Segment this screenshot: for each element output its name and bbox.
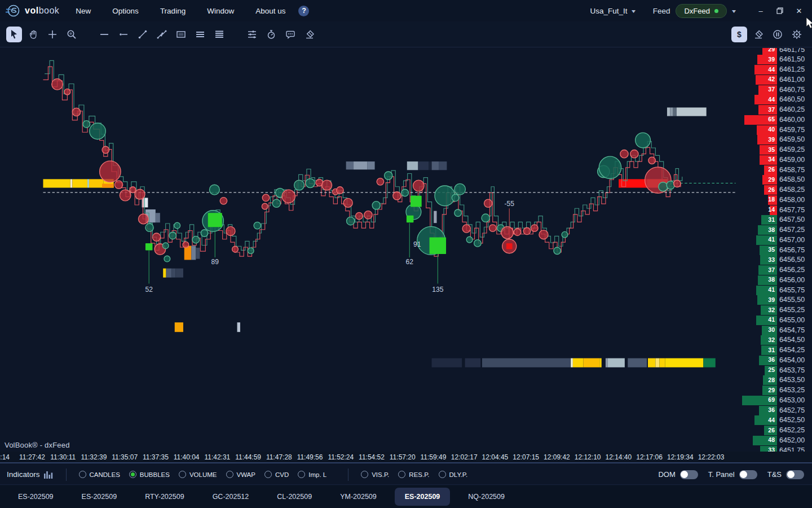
tab-es-202509[interactable]: ES-202509: [72, 488, 127, 506]
ladder-price-label: 6460,00: [779, 116, 811, 124]
trade-bubble-red: [120, 190, 131, 201]
ladder-price-label: 6454,50: [779, 336, 811, 344]
cursor-tool-button[interactable]: [6, 27, 22, 42]
restore-button[interactable]: [771, 3, 788, 19]
heatmap-bar: [465, 358, 481, 367]
radio-cvd[interactable]: CVD: [264, 471, 289, 478]
bars4-tool-button[interactable]: [211, 27, 227, 42]
radio-vis-p-[interactable]: VIS.P.: [361, 471, 389, 478]
tab-es-202509-active[interactable]: ES-202509: [395, 488, 451, 506]
pause-tool-button[interactable]: [770, 27, 785, 42]
ladder-price-label: 6457,50: [779, 216, 811, 224]
close-button[interactable]: ✕: [791, 3, 807, 19]
help-button[interactable]: ?: [298, 6, 309, 16]
time-label: 25:14: [0, 453, 10, 461]
parallel-lines-tool-icon: [156, 28, 168, 41]
tab-rty-202509[interactable]: RTY-202509: [135, 488, 195, 506]
feed-selector[interactable]: DxFeed: [676, 4, 727, 18]
radio-vwap[interactable]: VWAP: [226, 471, 255, 478]
trade-bubble-red: [152, 233, 160, 241]
heatmap-bar: [184, 246, 192, 260]
hand-tool-icon: [27, 28, 39, 41]
radio-circle-icon: [79, 471, 86, 478]
menu-item-window[interactable]: Window: [198, 3, 242, 19]
radio-imp-l[interactable]: Imp. L: [298, 471, 326, 478]
eraser-small-tool-button[interactable]: [302, 27, 317, 42]
menu-item-about-us[interactable]: About us: [247, 3, 294, 19]
rectangle-tool-button[interactable]: [173, 27, 189, 42]
feed-chevron-down-icon[interactable]: ▾: [732, 8, 736, 14]
ladder-price-label: 6452,25: [779, 426, 811, 434]
time-label: 11:44:59: [235, 453, 261, 461]
menu-item-new[interactable]: New: [67, 3, 99, 19]
trade-bubble-red: [220, 198, 227, 205]
menu-item-trading[interactable]: Trading: [152, 3, 194, 19]
toggle-t-panel[interactable]: T. Panel: [708, 470, 757, 479]
ladder-row: 336451,75: [665, 445, 812, 452]
trade-bubble-red: [630, 150, 638, 158]
hray-tool-button[interactable]: [116, 27, 131, 42]
dollar-tool-button[interactable]: $: [731, 27, 747, 42]
trade-bubble-green: [90, 123, 106, 139]
chart-area[interactable]: 296461,75396461,50446461,25426461,003764…: [0, 48, 812, 452]
trade-bubble-green: [162, 243, 169, 249]
tab-ym-202509[interactable]: YM-202509: [330, 488, 387, 506]
zoom-tool-button[interactable]: [64, 27, 80, 42]
ladder-row: 376460,25: [665, 105, 812, 115]
ladder-row: 446452,50: [665, 415, 812, 426]
ladder-row: 446461,25: [665, 65, 812, 75]
radio-candles[interactable]: CANDLES: [79, 471, 120, 478]
radio-bubbles[interactable]: BUBBLES: [129, 471, 170, 478]
toggle-t&s[interactable]: T&S: [767, 470, 804, 479]
time-label: 11:32:39: [81, 453, 107, 461]
toggle-switch[interactable]: [739, 470, 757, 479]
ladder-price-label: 6461,25: [779, 65, 811, 73]
eraser-tool-button[interactable]: [751, 27, 766, 42]
settings-tool-button[interactable]: [789, 27, 805, 42]
sliders-tool-button[interactable]: [244, 27, 260, 42]
heatmap-bar: [573, 358, 584, 367]
ladder-volume-value: 32: [768, 336, 775, 343]
bars3-tool-button[interactable]: [192, 27, 208, 42]
ladder-volume-value: 29: [768, 176, 775, 183]
tab-cl-202509[interactable]: CL-202509: [267, 488, 322, 506]
parallel-lines-tool-button[interactable]: [154, 27, 170, 42]
crosshair-tool-button[interactable]: [45, 27, 60, 42]
tab-nq-202509[interactable]: NQ-202509: [458, 488, 515, 506]
time-axis: 25:1411:27:4211:30:1111:32:3911:35:0711:…: [0, 452, 812, 463]
radio-volume[interactable]: VOLUME: [179, 471, 217, 478]
trade-bubble-red: [531, 225, 539, 232]
account-selector[interactable]: Usa_Fut_It ▾: [590, 7, 635, 15]
trade-bubble-red: [539, 230, 548, 239]
minimize-button[interactable]: –: [752, 3, 769, 19]
comment-tool-button[interactable]: [283, 27, 298, 42]
ladder-row: 696453,00: [665, 395, 812, 405]
trade-bubble-green: [599, 156, 621, 178]
trade-bubble-green: [454, 183, 466, 195]
toggle-dom[interactable]: DOM: [658, 470, 698, 479]
ladder-price-label: 6455,50: [779, 296, 811, 304]
indicators-icon[interactable]: [43, 470, 54, 479]
tab-gc-202512[interactable]: GC-202512: [202, 488, 259, 506]
radio-dly-p-[interactable]: DLY.P.: [439, 471, 468, 478]
ladder-price-label: 6458,25: [779, 186, 811, 194]
ladder-price-label: 6456,50: [779, 256, 811, 264]
tab-es-202509[interactable]: ES-202509: [8, 488, 64, 506]
hand-tool-button[interactable]: [25, 27, 41, 42]
heatmap-bar: [606, 358, 608, 367]
toggle-switch[interactable]: [680, 470, 698, 479]
hline-tool-button[interactable]: [96, 27, 112, 42]
ladder-row: 296458,50: [665, 175, 812, 185]
radio-label: Imp. L: [308, 471, 326, 478]
radio-res-p-[interactable]: RES.P.: [398, 471, 429, 478]
timer-tool-button[interactable]: [263, 27, 279, 42]
heatmap-bar: [70, 179, 73, 187]
trendline-tool-button[interactable]: [135, 27, 151, 42]
delta-value-label: 62: [406, 258, 414, 266]
heatmap-bar: [655, 358, 659, 367]
trade-bubble-green: [272, 199, 280, 207]
toggle-switch[interactable]: [786, 470, 804, 479]
trade-bubble-green: [83, 121, 90, 128]
menu-item-options[interactable]: Options: [104, 3, 147, 19]
trade-bubble-green: [497, 225, 505, 232]
